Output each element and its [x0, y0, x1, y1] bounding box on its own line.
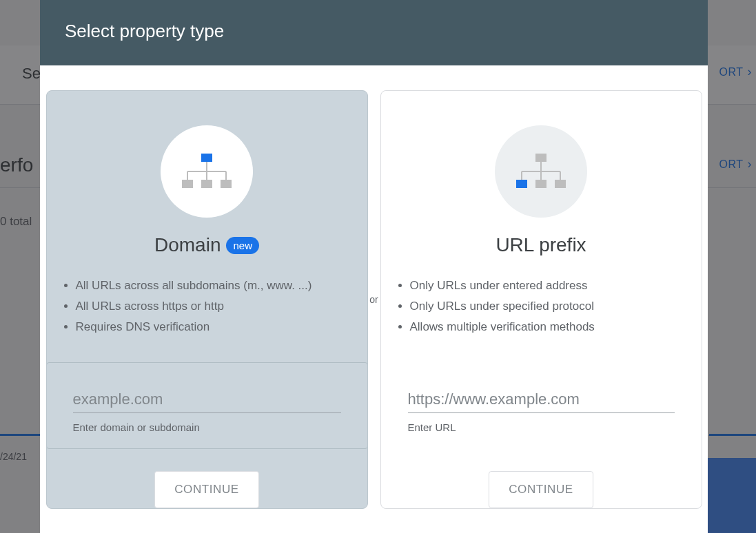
domain-feature-list: All URLs across all subdomains (m., www.… — [47, 275, 367, 337]
modal-title: Select property type — [40, 0, 708, 65]
list-item: Only URLs under entered address — [410, 275, 702, 296]
new-badge: new — [226, 237, 259, 254]
property-type-modal: Select property type — [40, 0, 708, 533]
svg-rect-0 — [201, 154, 212, 162]
list-item: All URLs across https or http — [76, 296, 367, 317]
list-item: All URLs across all subdomains (m., www.… — [76, 275, 367, 296]
or-separator: or — [368, 294, 380, 305]
url-prefix-feature-list: Only URLs under entered address Only URL… — [381, 275, 702, 337]
url-prefix-sitemap-icon — [495, 125, 587, 218]
domain-card-title: Domain — [154, 234, 221, 256]
url-prefix-continue-button[interactable]: CONTINUE — [489, 471, 593, 508]
domain-input-box: Enter domain or subdomain — [46, 362, 368, 449]
domain-sitemap-icon — [161, 125, 253, 218]
domain-continue-button[interactable]: CONTINUE — [154, 471, 259, 508]
domain-card-title-row: Domain new — [154, 234, 259, 256]
svg-rect-7 — [201, 180, 212, 188]
svg-rect-15 — [516, 180, 527, 188]
svg-rect-16 — [535, 180, 546, 188]
domain-property-card[interactable]: Domain new All URLs across all subdomain… — [46, 90, 368, 509]
domain-input[interactable] — [73, 386, 341, 413]
url-prefix-property-card[interactable]: URL prefix Only URLs under entered addre… — [380, 90, 702, 509]
svg-rect-9 — [535, 154, 546, 162]
modal-body: Domain new All URLs across all subdomain… — [40, 65, 708, 533]
domain-helper-text: Enter domain or subdomain — [73, 421, 341, 433]
list-item: Requires DNS verification — [76, 317, 367, 337]
url-prefix-input-box: Enter URL — [381, 362, 702, 449]
list-item: Only URLs under specified protocol — [410, 296, 702, 317]
url-prefix-card-title-row: URL prefix — [496, 234, 586, 256]
svg-rect-8 — [221, 180, 232, 188]
svg-rect-17 — [555, 180, 566, 188]
list-item: Allows multiple verification methods — [410, 317, 702, 337]
property-cards-container: Domain new All URLs across all subdomain… — [46, 90, 702, 509]
url-prefix-helper-text: Enter URL — [408, 421, 675, 433]
svg-rect-6 — [182, 180, 193, 188]
url-prefix-card-title: URL prefix — [496, 234, 586, 256]
url-prefix-input[interactable] — [408, 386, 675, 413]
